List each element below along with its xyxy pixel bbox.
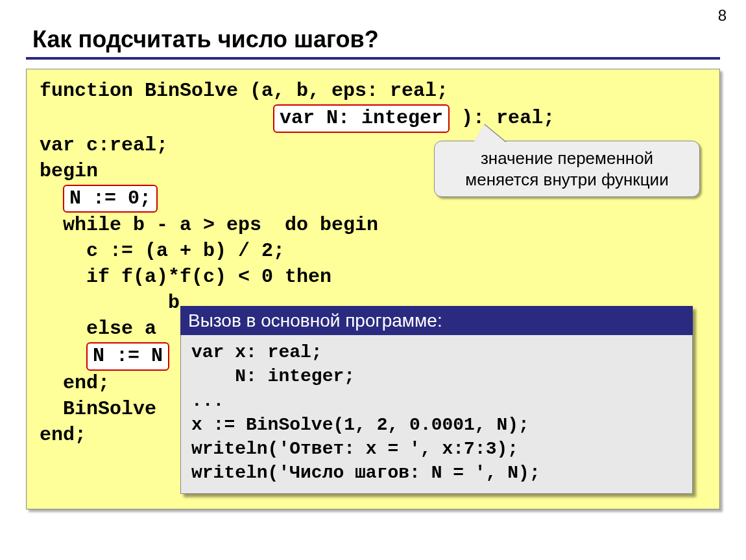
code-line: begin — [40, 160, 98, 182]
sub-panel: Вызов в основной программе: var x: real;… — [180, 306, 693, 494]
code-line: b — [40, 292, 180, 314]
code-line: N: integer; — [191, 366, 355, 386]
code-line: else a — [40, 318, 156, 340]
callout-bubble: значение переменной меняется внутри функ… — [434, 141, 700, 197]
code-indent — [40, 107, 273, 129]
code-line: c := (a + b) / 2; — [40, 240, 285, 262]
code-line: writeln('Число шагов: N = ', N); — [191, 463, 540, 483]
code-line: x := BinSolve(1, 2, 0.0001, N); — [191, 415, 529, 435]
code-line: while b - a > eps do begin — [40, 214, 378, 236]
title-rule — [26, 57, 720, 60]
highlight-n-increment: N := N — [86, 342, 169, 371]
code-line: end; — [40, 372, 110, 394]
code-line: var c:real; — [40, 134, 168, 156]
code-line: function BinSolve (a, b, eps: real; — [40, 80, 448, 102]
code-indent — [40, 345, 86, 367]
code-line: end; — [40, 424, 86, 446]
highlight-var-n-param: var N: integer — [273, 104, 450, 133]
code-line: writeln('Ответ: x = ', x:7:3); — [191, 439, 518, 459]
highlight-n-init: N := 0; — [63, 185, 158, 213]
callout-line: меняется внутри функции — [465, 170, 668, 189]
callout-line: значение переменной — [481, 148, 653, 168]
code-line: BinSolve — [40, 398, 156, 420]
slide: 8 Как подсчитать число шагов? function B… — [0, 0, 746, 560]
page-number: 8 — [718, 6, 727, 25]
code-indent — [40, 187, 63, 209]
sub-panel-header: Вызов в основной программе: — [180, 306, 693, 335]
code-line: if f(a)*f(c) < 0 then — [40, 266, 331, 288]
sub-panel-body: var x: real; N: integer; ... x := BinSol… — [180, 335, 693, 493]
code-line: ... — [191, 391, 224, 411]
code-line: var x: real; — [191, 342, 322, 362]
slide-title: Как подсчитать число шагов? — [26, 26, 720, 53]
